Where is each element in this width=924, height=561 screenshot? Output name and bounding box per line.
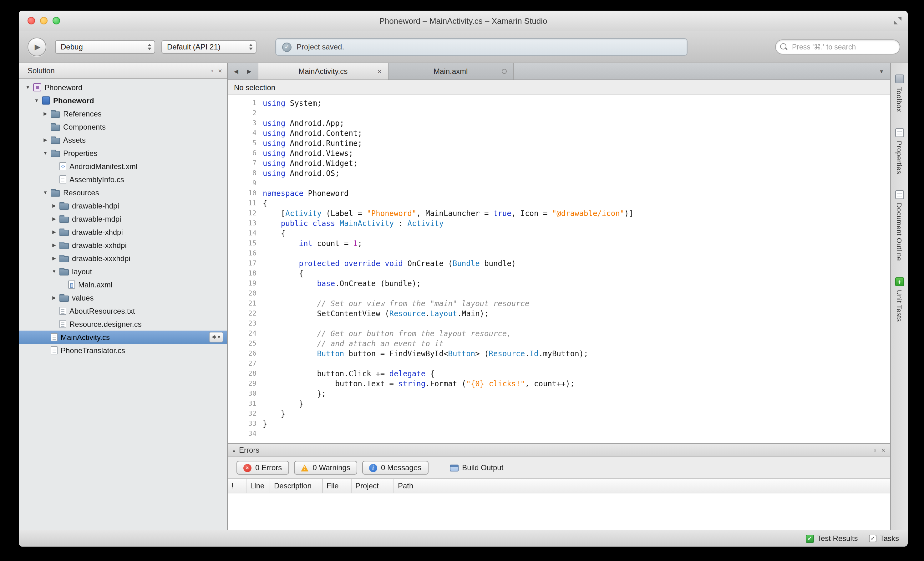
line-number[interactable]: 19 bbox=[228, 278, 263, 289]
code-line-21[interactable]: 21 // Set our view from the "main" layou… bbox=[228, 299, 890, 309]
errors-filter-button[interactable]: × 0 Errors bbox=[237, 461, 289, 475]
tree-item-drawable-hdpi[interactable]: ▶drawable-hdpi bbox=[19, 199, 227, 212]
line-number[interactable]: 27 bbox=[228, 359, 263, 369]
tree-item-references[interactable]: ▶References bbox=[19, 107, 227, 120]
line-number[interactable]: 22 bbox=[228, 309, 263, 319]
column-file[interactable]: File bbox=[323, 479, 352, 493]
tree-item-mainactivity-cs[interactable]: MainActivity.cs✱ ▾ bbox=[19, 331, 227, 344]
line-number[interactable]: 25 bbox=[228, 339, 263, 349]
errors-pad-header[interactable]: ▴ Errors ▫ × bbox=[228, 443, 890, 457]
code-line-9[interactable]: 9 bbox=[228, 179, 890, 188]
tree-item-layout[interactable]: ▼layout bbox=[19, 265, 227, 278]
code-line-5[interactable]: 5using Android.Runtime; bbox=[228, 138, 890, 148]
code-line-7[interactable]: 7using Android.Widget; bbox=[228, 158, 890, 168]
tree-item-drawable-xhdpi[interactable]: ▶drawable-xhdpi bbox=[19, 226, 227, 239]
tree-item-resource-designer-cs[interactable]: Resource.designer.cs bbox=[19, 317, 227, 331]
tree-item-drawable-xxhdpi[interactable]: ▶drawable-xxhdpi bbox=[19, 239, 227, 252]
column-description[interactable]: Description bbox=[270, 479, 323, 493]
code-line-1[interactable]: 1using System; bbox=[228, 98, 890, 108]
code-line-17[interactable]: 17 protected override void OnCreate (Bun… bbox=[228, 259, 890, 269]
line-number[interactable]: 5 bbox=[228, 138, 263, 148]
column-line[interactable]: Line bbox=[246, 479, 270, 493]
line-number[interactable]: 16 bbox=[228, 248, 263, 259]
code-line-6[interactable]: 6using Android.Views; bbox=[228, 148, 890, 158]
tree-item-drawable-mdpi[interactable]: ▶drawable-mdpi bbox=[19, 212, 227, 226]
code-line-20[interactable]: 20 bbox=[228, 289, 890, 299]
line-number[interactable]: 30 bbox=[228, 389, 263, 399]
expand-arrow-icon[interactable]: ▶ bbox=[50, 203, 58, 209]
column-severity[interactable]: ! bbox=[228, 479, 246, 493]
line-number[interactable]: 33 bbox=[228, 419, 263, 429]
collapse-panel-icon[interactable]: ▴ bbox=[233, 447, 235, 453]
tree-item-androidmanifest-xml[interactable]: AndroidManifest.xml bbox=[19, 159, 227, 173]
line-number[interactable]: 29 bbox=[228, 379, 263, 389]
navigate-forward-icon[interactable]: ▶ bbox=[247, 68, 252, 75]
line-number[interactable]: 18 bbox=[228, 269, 263, 278]
code-line-25[interactable]: 25 // and attach an event to it bbox=[228, 339, 890, 349]
line-number[interactable]: 20 bbox=[228, 289, 263, 299]
navigate-back-icon[interactable]: ◀ bbox=[234, 68, 238, 75]
item-options-gear-button[interactable]: ✱ ▾ bbox=[209, 332, 224, 343]
line-number[interactable]: 32 bbox=[228, 409, 263, 419]
errors-grid-body[interactable] bbox=[228, 493, 890, 530]
code-line-11[interactable]: 11{ bbox=[228, 199, 890, 209]
expand-arrow-icon[interactable]: ▶ bbox=[41, 111, 50, 116]
line-number[interactable]: 8 bbox=[228, 168, 263, 179]
expand-arrow-icon[interactable]: ▶ bbox=[50, 242, 58, 248]
code-line-33[interactable]: 33} bbox=[228, 419, 890, 429]
code-line-10[interactable]: 10namespace Phoneword bbox=[228, 188, 890, 199]
tab-overflow-icon[interactable]: ▼ bbox=[873, 63, 890, 80]
close-pad-icon[interactable]: × bbox=[218, 67, 222, 75]
code-line-13[interactable]: 13 public class MainActivity : Activity bbox=[228, 218, 890, 229]
expand-arrow-icon[interactable]: ▶ bbox=[50, 295, 58, 301]
tab-mainactivity-cs[interactable]: MainActivity.cs × bbox=[258, 63, 388, 80]
tree-item-phoneword[interactable]: ▼Phoneword bbox=[19, 81, 227, 94]
dock-item-toolbox[interactable]: Toolbox bbox=[895, 75, 904, 112]
line-number[interactable]: 31 bbox=[228, 399, 263, 409]
collapse-arrow-icon[interactable]: ▼ bbox=[41, 150, 50, 156]
line-number[interactable]: 9 bbox=[228, 179, 263, 188]
tree-item-values[interactable]: ▶values bbox=[19, 291, 227, 304]
line-number[interactable]: 34 bbox=[228, 429, 263, 439]
line-number[interactable]: 10 bbox=[228, 188, 263, 199]
tree-item-phonetranslator-cs[interactable]: PhoneTranslator.cs bbox=[19, 344, 227, 357]
code-line-26[interactable]: 26 Button button = FindViewById<Button> … bbox=[228, 349, 890, 359]
tree-item-aboutresources-txt[interactable]: AboutResources.txt bbox=[19, 304, 227, 317]
code-line-16[interactable]: 16 bbox=[228, 248, 890, 259]
code-line-31[interactable]: 31 } bbox=[228, 399, 890, 409]
fullscreen-icon[interactable] bbox=[894, 17, 902, 24]
collapse-arrow-icon[interactable]: ▼ bbox=[33, 98, 40, 103]
line-number[interactable]: 17 bbox=[228, 259, 263, 269]
dock-pad-icon[interactable]: ▫ bbox=[210, 67, 213, 75]
line-number[interactable]: 12 bbox=[228, 209, 263, 218]
line-number[interactable]: 3 bbox=[228, 118, 263, 128]
code-line-2[interactable]: 2 bbox=[228, 108, 890, 118]
code-line-27[interactable]: 27 bbox=[228, 359, 890, 369]
code-line-23[interactable]: 23 bbox=[228, 319, 890, 329]
tab-main-axml[interactable]: Main.axml bbox=[388, 63, 514, 80]
code-line-19[interactable]: 19 base.OnCreate (bundle); bbox=[228, 278, 890, 289]
close-pad-icon[interactable]: × bbox=[881, 447, 885, 454]
code-line-8[interactable]: 8using Android.OS; bbox=[228, 168, 890, 179]
line-number[interactable]: 1 bbox=[228, 98, 263, 108]
line-number[interactable]: 28 bbox=[228, 369, 263, 379]
configuration-dropdown[interactable]: Debug bbox=[55, 40, 155, 54]
line-number[interactable]: 7 bbox=[228, 158, 263, 168]
code-line-24[interactable]: 24 // Get our button from the layout res… bbox=[228, 329, 890, 339]
tree-item-components[interactable]: Components bbox=[19, 120, 227, 133]
build-output-button[interactable]: Build Output bbox=[450, 463, 503, 472]
line-number[interactable]: 6 bbox=[228, 148, 263, 158]
tree-item-assets[interactable]: ▶Assets bbox=[19, 133, 227, 146]
tab-indicator-icon[interactable] bbox=[502, 69, 507, 74]
code-line-32[interactable]: 32 } bbox=[228, 409, 890, 419]
line-number[interactable]: 11 bbox=[228, 199, 263, 209]
column-path[interactable]: Path bbox=[394, 479, 890, 493]
expand-arrow-icon[interactable]: ▶ bbox=[50, 256, 58, 261]
code-line-3[interactable]: 3using Android.App; bbox=[228, 118, 890, 128]
code-line-28[interactable]: 28 button.Click += delegate { bbox=[228, 369, 890, 379]
tab-close-icon[interactable]: × bbox=[378, 68, 382, 75]
collapse-arrow-icon[interactable]: ▼ bbox=[41, 190, 50, 196]
column-project[interactable]: Project bbox=[352, 479, 394, 493]
code-line-30[interactable]: 30 }; bbox=[228, 389, 890, 399]
test-results-button[interactable]: ✓ Test Results bbox=[806, 534, 858, 543]
